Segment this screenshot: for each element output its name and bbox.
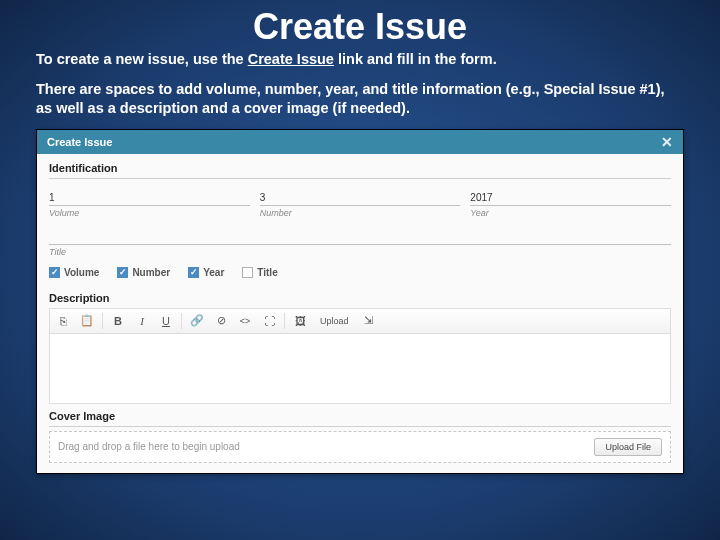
panel-header: Create Issue ✕	[37, 130, 683, 154]
upload-button[interactable]: Upload	[313, 311, 356, 331]
check-icon: ✓	[242, 267, 253, 278]
upload-file-button[interactable]: Upload File	[594, 438, 662, 456]
dropzone-text: Drag and drop a file here to begin uploa…	[58, 441, 240, 452]
editor-toolbar: ⎘ 📋 B I U 🔗 ⊘ <> ⛶ 🖼 Upload ⇲	[49, 308, 671, 334]
slide-para-1: To create a new issue, use the Create Is…	[36, 50, 684, 70]
volume-label: Volume	[49, 208, 250, 218]
volume-input[interactable]	[49, 190, 250, 206]
create-issue-link-text: Create Issue	[248, 51, 334, 67]
slide-para-1a: To create a new issue, use the	[36, 51, 248, 67]
title-checkbox[interactable]: ✓ Title	[242, 267, 277, 278]
volume-checkbox[interactable]: ✓ Volume	[49, 267, 99, 278]
number-checkbox[interactable]: ✓ Number	[117, 267, 170, 278]
check-icon: ✓	[117, 267, 128, 278]
unlink-icon[interactable]: ⊘	[210, 311, 232, 331]
cover-image-section: Cover Image Drag and drop a file here to…	[37, 406, 683, 473]
year-checkbox[interactable]: ✓ Year	[188, 267, 224, 278]
year-label: Year	[470, 208, 671, 218]
copy-icon[interactable]: ⎘	[52, 311, 74, 331]
bold-button[interactable]: B	[107, 311, 129, 331]
description-section: Description ⎘ 📋 B I U 🔗 ⊘ <> ⛶ 🖼 Upload …	[37, 284, 683, 406]
number-checkbox-label: Number	[132, 267, 170, 278]
fullscreen-icon[interactable]: ⛶	[258, 311, 280, 331]
title-label: Title	[49, 247, 671, 257]
volume-checkbox-label: Volume	[64, 267, 99, 278]
identification-heading: Identification	[49, 162, 671, 174]
cover-dropzone[interactable]: Drag and drop a file here to begin uploa…	[49, 431, 671, 463]
number-input[interactable]	[260, 190, 461, 206]
display-checkboxes: ✓ Volume ✓ Number ✓ Year ✓ Title	[49, 267, 671, 278]
create-issue-panel: Create Issue ✕ Identification Volume Num…	[36, 129, 684, 474]
description-heading: Description	[49, 292, 671, 304]
number-label: Number	[260, 208, 461, 218]
check-icon: ✓	[49, 267, 60, 278]
description-editor[interactable]	[49, 334, 671, 404]
year-checkbox-label: Year	[203, 267, 224, 278]
title-checkbox-label: Title	[257, 267, 277, 278]
underline-button[interactable]: U	[155, 311, 177, 331]
identification-section: Identification Volume Number Year Title …	[37, 154, 683, 284]
slide-para-1c: link and fill in the form.	[334, 51, 497, 67]
image-icon[interactable]: 🖼	[289, 311, 311, 331]
italic-button[interactable]: I	[131, 311, 153, 331]
slide-title: Create Issue	[0, 6, 720, 48]
year-input[interactable]	[470, 190, 671, 206]
title-input[interactable]	[49, 229, 671, 245]
panel-title: Create Issue	[47, 136, 112, 148]
cover-image-heading: Cover Image	[49, 410, 671, 422]
slide-para-2: There are spaces to add volume, number, …	[36, 80, 684, 119]
code-button[interactable]: <>	[234, 311, 256, 331]
link-icon[interactable]: 🔗	[186, 311, 208, 331]
more-icon[interactable]: ⇲	[358, 311, 380, 331]
check-icon: ✓	[188, 267, 199, 278]
close-icon[interactable]: ✕	[661, 134, 673, 150]
paste-icon[interactable]: 📋	[76, 311, 98, 331]
